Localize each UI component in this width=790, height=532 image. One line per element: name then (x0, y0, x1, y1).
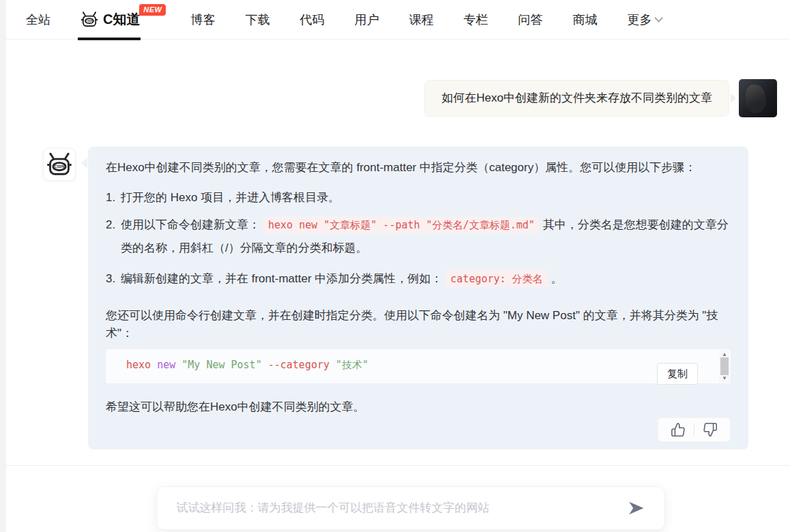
ai-avatar: CSDN (43, 148, 76, 181)
svg-text:CSDN: CSDN (55, 164, 65, 168)
nav-item-label: 更多 (627, 12, 652, 28)
step-number: 1. (106, 189, 115, 207)
nav-item-more[interactable]: 更多 (627, 12, 660, 28)
robot-icon: CSDN (46, 151, 72, 177)
code-token: "My New Post" (181, 359, 267, 371)
thumbs-down-icon (703, 422, 718, 437)
nav-item-user[interactable]: 用户 (354, 12, 379, 28)
nav-item-blog[interactable]: 博客 (190, 12, 215, 28)
scroll-up-arrow-icon[interactable]: ▲ (722, 351, 727, 357)
feedback-row (106, 417, 731, 442)
step-text: 编辑新创建的文章，并在 front-matter 中添加分类属性，例如： (121, 272, 442, 285)
nav-item-column[interactable]: 专栏 (463, 12, 488, 28)
copy-button[interactable]: 复制 (657, 363, 698, 385)
answer-outro: 希望这可以帮助您在Hexo中创建不同类别的文章。 (106, 398, 731, 416)
send-icon (628, 499, 645, 517)
footer-divider (6, 465, 790, 466)
thumbs-up-icon (671, 422, 686, 437)
scrollbar-thumb[interactable] (720, 357, 729, 375)
answer-intro: 在Hexo中创建不同类别的文章，您需要在文章的 front-matter 中指定… (106, 159, 731, 177)
nav-item-qa[interactable]: 问答 (518, 12, 542, 28)
ai-answer-row: CSDN 在Hexo中创建不同类别的文章，您需要在文章的 front-matte… (0, 147, 790, 449)
step-text: 使用以下命令创建新文章： (121, 218, 260, 231)
answer-bubble-tail (81, 158, 87, 168)
svg-text:CSDN: CSDN (86, 19, 93, 22)
robot-icon: CSDN (81, 11, 98, 29)
thumbs-down-button[interactable] (694, 419, 726, 440)
inline-code: category: 分类名 (445, 271, 547, 287)
step-number: 2. (106, 213, 115, 236)
answer-step-2: 2. 使用以下命令创建新文章：hexo new "文章标题" --path "分… (106, 213, 731, 259)
step-text: 打开您的 Hexo 项目，并进入博客根目录。 (121, 191, 340, 204)
new-badge: NEW (139, 4, 166, 16)
active-tab-indicator (78, 38, 141, 40)
code-token: new (157, 359, 181, 371)
user-question-bubble: 如何在Hexo中创建新的文件夹来存放不同类别的文章 (424, 80, 729, 117)
ai-answer-bubble: 在Hexo中创建不同类别的文章，您需要在文章的 front-matter 中指定… (88, 147, 748, 449)
code-token: "技术" (336, 359, 368, 371)
question-bubble-tail (731, 93, 736, 103)
question-input[interactable] (158, 501, 628, 515)
step-text: 。 (551, 272, 563, 285)
code-block: hexo new "My New Post" --category "技术" 复… (106, 349, 731, 383)
user-question-row: 如何在Hexo中创建新的文件夹来存放不同类别的文章 (424, 80, 777, 117)
code-line: hexo new "My New Post" --category "技术" (126, 359, 368, 372)
answer-paragraph-2: 您还可以使用命令行创建文章，并在创建时指定分类。使用以下命令创建名为 "My N… (106, 307, 731, 342)
user-avatar (739, 79, 777, 117)
answer-step-1: 1. 打开您的 Hexo 项目，并进入博客根目录。 (106, 189, 731, 207)
nav-item-mall[interactable]: 商城 (572, 12, 597, 28)
code-token: --category (268, 359, 336, 371)
nav-item-course[interactable]: 课程 (409, 12, 433, 28)
chevron-down-icon (655, 14, 664, 23)
nav-item-all[interactable]: 全站 (26, 12, 50, 28)
feedback-pill (658, 417, 731, 442)
code-scrollbar[interactable]: ▲ ▼ (719, 350, 730, 383)
thumbs-up-button[interactable] (662, 419, 694, 440)
nav-item-label: C知道 (103, 10, 140, 29)
scroll-down-arrow-icon[interactable]: ▼ (722, 375, 727, 381)
top-navigation: 全站 CSDN C知道 NEW 博客 下载 代码 用户 课程 专栏 问答 商城 … (6, 0, 790, 40)
nav-item-download[interactable]: 下载 (245, 12, 269, 28)
nav-item-czhidao[interactable]: CSDN C知道 NEW (81, 0, 160, 40)
send-button[interactable] (628, 499, 645, 517)
nav-item-code[interactable]: 代码 (299, 12, 324, 28)
answer-step-3: 3. 编辑新创建的文章，并在 front-matter 中添加分类属性，例如：c… (106, 267, 731, 291)
code-token: hexo (126, 359, 157, 371)
composer (157, 486, 665, 530)
step-number: 3. (106, 267, 115, 290)
inline-code: hexo new "文章标题" --path "分类名/文章标题.md" (263, 217, 540, 233)
